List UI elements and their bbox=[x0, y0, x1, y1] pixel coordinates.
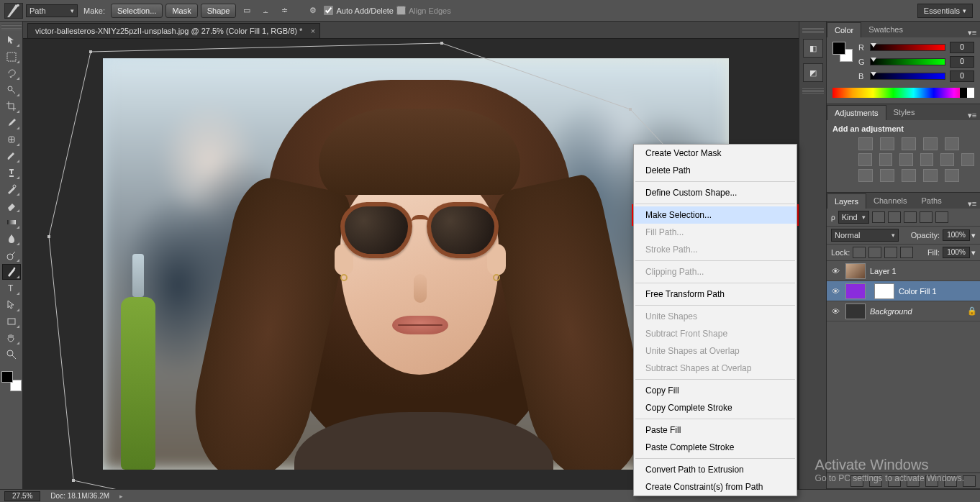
context-menu-item[interactable]: Free Transform Path bbox=[634, 286, 797, 303]
auto-add-delete-check[interactable]: Auto Add/Delete bbox=[324, 6, 394, 15]
adj-exposure-icon[interactable] bbox=[923, 137, 938, 150]
healing-tool[interactable] bbox=[2, 132, 21, 147]
workspace-switcher[interactable]: Essentials▾ bbox=[917, 4, 973, 18]
blur-tool[interactable] bbox=[2, 231, 21, 247]
adj-lut-icon[interactable] bbox=[961, 153, 975, 166]
gradient-tool[interactable] bbox=[2, 214, 21, 230]
lock-pixels-icon[interactable] bbox=[868, 247, 881, 258]
adj-photo-icon[interactable] bbox=[920, 153, 934, 166]
layer-row[interactable]: 👁Layer 1 bbox=[827, 261, 980, 281]
rectangle-tool[interactable] bbox=[2, 314, 21, 329]
path-select-tool[interactable] bbox=[2, 297, 21, 313]
r-value[interactable]: 0 bbox=[950, 42, 974, 53]
panel-menu-icon[interactable]: ▾≡ bbox=[967, 111, 980, 120]
context-menu-item[interactable]: Define Custom Shape... bbox=[634, 184, 797, 201]
quick-select-tool[interactable] bbox=[2, 82, 21, 98]
filter-adj-icon[interactable] bbox=[888, 211, 901, 223]
align-edges-check[interactable]: Align Edges bbox=[396, 6, 451, 15]
adj-bal-icon[interactable] bbox=[879, 153, 893, 166]
fx-icon[interactable] bbox=[869, 475, 882, 487]
tab-channels[interactable]: Channels bbox=[866, 193, 914, 209]
make-selection-button[interactable]: Selection... bbox=[111, 4, 163, 18]
color-swatches[interactable] bbox=[1, 371, 22, 391]
path-align-icon[interactable]: ⫠ bbox=[258, 3, 273, 19]
layer-row[interactable]: 👁 Color Fill 1 bbox=[827, 281, 980, 301]
context-menu-item[interactable]: Copy Fill bbox=[634, 382, 797, 399]
adj-mixer-icon[interactable] bbox=[940, 153, 954, 166]
link-layers-icon[interactable] bbox=[850, 475, 863, 487]
blend-mode-select[interactable]: Normal▾ bbox=[831, 229, 899, 242]
new-layer-icon[interactable] bbox=[944, 475, 957, 487]
adj-poster-icon[interactable] bbox=[880, 169, 894, 182]
context-menu-item[interactable]: Delete Path bbox=[634, 162, 797, 179]
marquee-tool[interactable] bbox=[2, 49, 21, 65]
lock-trans-icon[interactable] bbox=[853, 247, 866, 258]
fg-bg-swatch[interactable] bbox=[832, 42, 853, 62]
lock-all-icon[interactable] bbox=[900, 247, 913, 258]
make-shape-button[interactable]: Shape bbox=[201, 4, 237, 18]
mask-icon[interactable] bbox=[888, 475, 901, 487]
context-menu-item[interactable]: Copy Complete Stroke bbox=[634, 399, 797, 416]
layer-filter-select[interactable]: Kind▾ bbox=[838, 211, 869, 224]
visibility-eye-icon[interactable]: 👁 bbox=[830, 306, 841, 317]
new-fill-icon[interactable] bbox=[907, 475, 920, 487]
panel-menu-icon[interactable]: ▾≡ bbox=[967, 199, 980, 209]
filter-type-icon[interactable] bbox=[904, 211, 917, 223]
panel-grip[interactable] bbox=[802, 27, 824, 33]
tab-layers[interactable]: Layers bbox=[827, 193, 866, 209]
trash-icon[interactable] bbox=[963, 475, 976, 487]
filter-pixel-icon[interactable] bbox=[872, 211, 885, 223]
eraser-tool[interactable] bbox=[2, 198, 21, 214]
adj-curves-icon[interactable] bbox=[902, 137, 916, 150]
g-value[interactable]: 0 bbox=[950, 56, 974, 68]
path-mode-select[interactable]: Path▾ bbox=[26, 4, 78, 17]
adj-selcol-icon[interactable] bbox=[945, 169, 959, 182]
make-mask-button[interactable]: Mask bbox=[165, 4, 197, 18]
adj-brightness-icon[interactable] bbox=[858, 137, 873, 150]
properties-panel-icon[interactable]: ◩ bbox=[803, 63, 823, 82]
context-menu-item[interactable]: Paste Fill bbox=[634, 421, 797, 439]
panel-grip[interactable] bbox=[1, 24, 22, 30]
adj-thresh-icon[interactable] bbox=[902, 169, 916, 182]
lock-pos-icon[interactable] bbox=[884, 247, 897, 258]
adj-invert-icon[interactable] bbox=[858, 169, 873, 182]
context-menu-item[interactable]: Convert Path to Extrusion bbox=[634, 461, 797, 478]
layer-row[interactable]: 👁Background🔒 bbox=[827, 301, 980, 321]
r-slider[interactable] bbox=[870, 44, 945, 51]
dodge-tool[interactable] bbox=[2, 247, 21, 263]
panel-menu-icon[interactable]: ▾≡ bbox=[967, 28, 980, 37]
zoom-value[interactable]: 27.5% bbox=[4, 491, 40, 501]
path-arrange-icon[interactable]: ≑ bbox=[276, 3, 292, 19]
history-panel-icon[interactable]: ◧ bbox=[803, 39, 823, 58]
adj-bw-icon[interactable] bbox=[899, 153, 913, 166]
zoom-tool[interactable] bbox=[2, 347, 21, 362]
context-menu-item[interactable]: Create Vector Mask bbox=[634, 145, 797, 162]
new-group-icon[interactable] bbox=[925, 475, 938, 487]
context-menu-item[interactable]: Make Selection... bbox=[634, 206, 797, 224]
adj-hue-icon[interactable] bbox=[858, 153, 872, 166]
context-menu-item[interactable]: Paste Complete Stroke bbox=[634, 439, 797, 456]
tab-adjustments[interactable]: Adjustments bbox=[827, 105, 886, 120]
fill-value[interactable]: 100% bbox=[943, 247, 970, 258]
move-tool[interactable] bbox=[2, 32, 21, 48]
filter-shape-icon[interactable] bbox=[920, 211, 933, 223]
adj-levels-icon[interactable] bbox=[880, 137, 894, 150]
stamp-tool[interactable] bbox=[2, 165, 21, 181]
filter-smart-icon[interactable] bbox=[935, 211, 948, 223]
visibility-eye-icon[interactable]: 👁 bbox=[830, 286, 841, 297]
opacity-value[interactable]: 100% bbox=[943, 229, 970, 241]
close-icon[interactable]: × bbox=[311, 27, 315, 35]
history-brush-tool[interactable] bbox=[2, 181, 21, 197]
color-spectrum[interactable] bbox=[832, 88, 974, 98]
lasso-tool[interactable] bbox=[2, 65, 21, 81]
context-menu-item[interactable]: Create Constraint(s) from Path bbox=[634, 478, 797, 496]
path-ops-new-icon[interactable]: ▭ bbox=[239, 3, 255, 19]
adj-vibrance-icon[interactable] bbox=[945, 137, 959, 150]
pen-tool[interactable] bbox=[2, 264, 21, 280]
type-tool[interactable]: T bbox=[2, 280, 21, 296]
tab-paths[interactable]: Paths bbox=[915, 193, 949, 209]
adj-gradmap-icon[interactable] bbox=[923, 169, 938, 182]
hand-tool[interactable] bbox=[2, 330, 21, 346]
tab-color[interactable]: Color bbox=[827, 22, 861, 37]
tab-styles[interactable]: Styles bbox=[886, 105, 922, 120]
